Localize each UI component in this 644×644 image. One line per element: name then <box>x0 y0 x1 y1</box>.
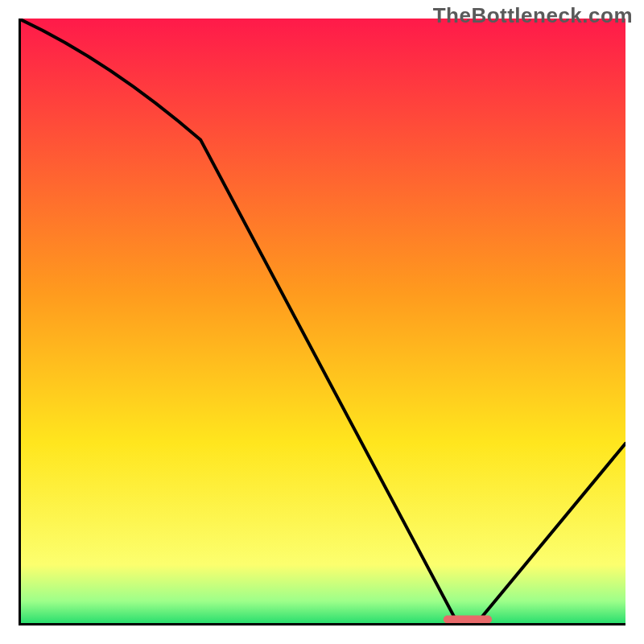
chart-svg <box>19 19 625 625</box>
chart-container: TheBottleneck.com <box>0 0 644 644</box>
plot-background <box>19 19 625 625</box>
plot-area <box>19 19 625 625</box>
optimal-range-marker <box>444 615 492 623</box>
watermark-text: TheBottleneck.com <box>433 3 633 28</box>
